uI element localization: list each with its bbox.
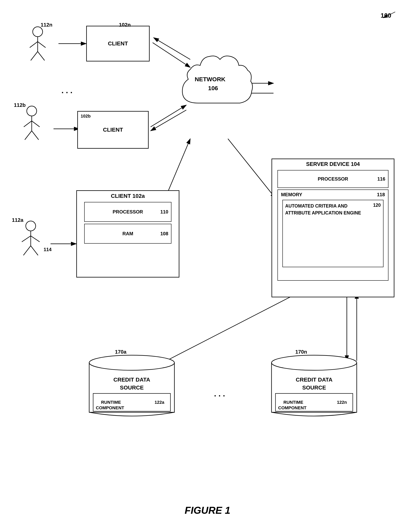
svg-line-23 (38, 42, 46, 48)
svg-text:. . .: . . . (214, 389, 225, 398)
processor-110-box: PROCESSOR 110 (84, 202, 171, 222)
user-112n-label: 112n (41, 22, 52, 28)
svg-text:COMPONENT: COMPONENT (96, 405, 124, 410)
server-processor-box: PROCESSOR 116 (277, 170, 388, 188)
svg-line-31 (32, 131, 39, 140)
svg-text:106: 106 (208, 85, 218, 91)
server-memory-box: MEMORY 118 AUTOMATED CRITERIA AND ATTRIB… (277, 190, 388, 281)
svg-point-49 (272, 355, 357, 370)
svg-text:. . .: . . . (61, 86, 73, 95)
svg-line-29 (32, 121, 40, 127)
svg-line-13 (228, 139, 275, 198)
svg-line-37 (31, 236, 40, 242)
svg-text:CREDIT DATA: CREDIT DATA (113, 377, 150, 383)
memory-label-row: MEMORY 118 (279, 191, 387, 198)
svg-line-36 (22, 236, 31, 242)
ram-108-box: RAM 108 (84, 224, 171, 244)
svg-text:122n: 122n (337, 400, 347, 405)
client-102n-ref: 102n (119, 22, 131, 28)
svg-text:SOURCE: SOURCE (120, 385, 144, 391)
svg-point-41 (89, 355, 174, 370)
svg-line-39 (31, 246, 38, 255)
svg-line-24 (31, 52, 38, 60)
svg-line-22 (30, 42, 38, 48)
svg-point-20 (33, 27, 43, 37)
server-title: SERVER DEVICE 104 (274, 161, 392, 167)
svg-line-14 (162, 293, 297, 363)
user-112a (18, 220, 44, 257)
user-112a-label: 112a (12, 217, 23, 223)
svg-text:COMPONENT: COMPONENT (278, 405, 307, 410)
engine-label-row: AUTOMATED CRITERIA AND ATTRIBUTE APPLICA… (285, 203, 381, 216)
user-114-label: 114 (44, 247, 52, 252)
user-112n (26, 26, 49, 61)
diagram-container: . . . . . . 100 (0, 0, 415, 532)
svg-point-34 (26, 221, 36, 231)
client-102a-title: CLIENT 102a (79, 193, 177, 199)
credit-source-170a-ref: 170a (115, 349, 126, 355)
ref-100-arrow (375, 10, 399, 22)
client-102a-box: CLIENT 102a PROCESSOR 110 RAM 108 (76, 190, 179, 277)
svg-point-26 (27, 106, 37, 116)
credit-source-170n: CREDIT DATA SOURCE RUNTIME COMPONENT 122… (270, 353, 359, 420)
server-device-box: SERVER DEVICE 104 PROCESSOR 116 MEMORY 1… (272, 159, 394, 297)
svg-text:SOURCE: SOURCE (302, 385, 326, 391)
svg-line-30 (25, 131, 32, 140)
figure-caption: FIGURE 1 (0, 505, 415, 516)
svg-text:CREDIT DATA: CREDIT DATA (296, 377, 332, 383)
svg-text:NETWORK: NETWORK (195, 76, 226, 83)
svg-line-38 (23, 246, 31, 255)
user-112b (20, 105, 44, 141)
client-102n-box: CLIENT (86, 26, 150, 61)
svg-text:RUNTIME: RUNTIME (283, 400, 303, 405)
credit-source-170a: CREDIT DATA SOURCE RUNTIME COMPONENT 122… (87, 353, 176, 420)
svg-line-25 (38, 52, 45, 60)
client-102b-box: 102b CLIENT (77, 111, 149, 149)
svg-line-18 (383, 12, 395, 18)
credit-source-170n-ref: 170n (295, 349, 307, 355)
svg-line-28 (24, 121, 32, 127)
network-cloud: NETWORK 106 (174, 40, 258, 119)
engine-box: AUTOMATED CRITERIA AND ATTRIBUTE APPLICA… (283, 200, 384, 267)
svg-text:122a: 122a (155, 400, 164, 405)
user-112b-label: 112b (14, 102, 26, 108)
svg-text:RUNTIME: RUNTIME (101, 400, 121, 405)
